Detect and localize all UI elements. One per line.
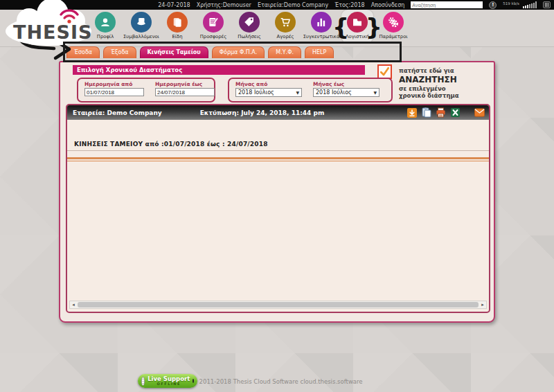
offers-icon	[203, 12, 224, 33]
toolbar-item-accounting[interactable]: { } Λογιστική	[339, 12, 375, 39]
report-separator	[67, 150, 489, 151]
connection-icon	[543, 1, 551, 8]
filter-panel-title: Επιλογή Χρονικού Διαστήματος	[73, 65, 365, 75]
toolbar-item-label: Συμβαλλόμενοι	[123, 34, 159, 39]
tag-icon	[239, 12, 260, 33]
report-separator-orange-thin	[67, 161, 489, 161]
toolbar-item-partners[interactable]: Συμβαλλόμενοι	[123, 12, 159, 39]
toolbar-item-purchases[interactable]: Αγορές	[267, 12, 303, 39]
footer-copyright: © 2011-2018 Thesis Cloud Software cloud.…	[0, 378, 554, 385]
thesis-app-page: 24-07-2018 Χρήστης:Demouser Εταιρεία:Dem…	[0, 0, 554, 392]
main-toolbar: Προφίλ Συμβαλλόμενοι Είδη Προσφορές Πωλή…	[87, 12, 411, 39]
current-company: Εταιρεία:Demo Company	[258, 2, 328, 8]
toolbar-item-label: Προφίλ	[97, 34, 114, 39]
live-support-status: OFFLINE	[148, 382, 190, 386]
main-content-panel: Επιλογή Χρονικού Διαστήματος πατήστε εδώ…	[59, 61, 495, 323]
search-input[interactable]	[411, 1, 483, 8]
search-checkbox[interactable]	[377, 64, 392, 79]
current-year: Έτος:2018	[334, 2, 364, 8]
date-to-label: Ημερομηνία έως	[155, 81, 215, 87]
cart-icon	[275, 12, 296, 33]
export-icon[interactable]	[406, 107, 417, 118]
month-to-select[interactable]: 2018 Ιούλιος ▼	[313, 88, 379, 97]
folder-icon	[347, 12, 368, 33]
scroll-left-button[interactable]: ◂	[70, 301, 77, 308]
month-to-label: Μήνας έως	[313, 81, 379, 87]
signal-bars-icon	[523, 1, 537, 8]
date-to-input[interactable]	[155, 88, 215, 96]
current-date: 24-07-2018	[158, 2, 190, 8]
excel-icon[interactable]	[450, 107, 461, 118]
toolbar-item-offers[interactable]: Προσφορές	[195, 12, 231, 39]
month-from-select[interactable]: 2018 Ιούλιος ▼	[235, 88, 302, 97]
bandwidth-label: 519 kb/s	[503, 1, 519, 6]
report-company: Εταιρεία: Demo Company	[73, 109, 162, 116]
scroll-right-button[interactable]: ▸	[479, 301, 486, 308]
toolbar-item-label: Είδη	[172, 34, 182, 39]
toolbar-item-label: Αγορές	[277, 34, 294, 39]
toolbar-item-label: Πωλήσεις	[238, 34, 260, 39]
scrollbar-thumb[interactable]	[78, 302, 479, 308]
tab-help[interactable]: HELP	[305, 46, 334, 58]
print-icon[interactable]	[436, 107, 446, 118]
report-viewer: Εταιρεία: Demo Company Εκτύπωση: July 24…	[66, 104, 490, 313]
tab-kiniseis-tameiou[interactable]: Κινήσεις Ταμείου	[140, 46, 208, 58]
items-icon	[167, 12, 188, 33]
chevron-down-icon: ▼	[296, 90, 299, 95]
report-separator-orange	[67, 157, 489, 159]
toolbar-item-items[interactable]: Είδη	[159, 12, 195, 39]
report-toolbar	[406, 107, 485, 118]
month-to-value: 2018 Ιούλιος	[316, 89, 352, 96]
email-icon[interactable]	[474, 107, 485, 118]
tab-myf[interactable]: Μ.Υ.Φ.	[268, 46, 301, 58]
live-support-button[interactable]: Live Support OFFLINE	[138, 374, 197, 388]
report-title: ΚΙΝΗΣΕΙΣ ΤΑΜΕΙΟΥ από :01/07/2018 έως : 2…	[74, 141, 489, 148]
current-user: Χρήστης:Demouser	[197, 2, 251, 8]
toolbar-item-label: Παράμετροι	[379, 34, 407, 39]
hint-line: χρονικό διάστημα	[399, 92, 486, 100]
date-range-fieldset: Ημερομηνία από Ημερομηνία έως	[77, 78, 215, 103]
month-range-fieldset: Μήνας από 2018 Ιούλιος ▼ Μήνας έως 2018 …	[228, 78, 393, 103]
logo-text: THESIS	[13, 21, 92, 43]
bar-chart-icon	[311, 12, 332, 33]
tab-forma-fpa[interactable]: Φόρμα Φ.Π.Α.	[212, 46, 265, 58]
live-support-icon	[141, 377, 145, 386]
check-icon	[379, 66, 390, 77]
hint-line: πατήστε εδώ για	[399, 67, 486, 75]
tab-exoda[interactable]: Έξοδα	[103, 46, 136, 58]
live-support-label: Live Support	[148, 376, 190, 382]
user-icon	[95, 12, 116, 33]
chevron-down-icon: ▼	[373, 90, 377, 95]
copy-icon[interactable]	[421, 107, 431, 118]
toolbar-item-parameters[interactable]: Παράμετροι	[375, 12, 411, 39]
accounting-tabs: Έσοδα Έξοδα Κινήσεις Ταμείου Φόρμα Φ.Π.Α…	[66, 46, 337, 58]
live-support-dot-icon	[193, 379, 194, 383]
hint-line-emphasis: ΑΝΑΖΗΤΗΣΗ	[399, 75, 486, 85]
report-printed: Εκτύπωση: July 24, 2018, 11:44 pm	[200, 109, 325, 116]
date-from-input[interactable]	[84, 88, 144, 96]
gears-icon	[383, 12, 404, 33]
date-from-label: Ημερομηνία από	[84, 81, 144, 87]
report-header-bar: Εταιρεία: Demo Company Εκτύπωση: July 24…	[67, 105, 489, 120]
month-from-value: 2018 Ιούλιος	[238, 89, 274, 96]
notification-icon[interactable]: !	[489, 1, 497, 9]
thesis-logo[interactable]: THESIS	[3, 0, 96, 53]
annotation-brace-left-icon: {	[332, 12, 349, 42]
toolbar-item-label: Προσφορές	[200, 34, 227, 39]
month-from-label: Μήνας από	[235, 81, 302, 87]
hint-line: σε επιλεγμένο	[399, 85, 486, 93]
toolbar-item-sales[interactable]: Πωλήσεις	[231, 12, 267, 39]
logout-link[interactable]: Αποσύνδεση	[371, 2, 405, 8]
search-hint-text: πατήστε εδώ για ΑΝΑΖΗΤΗΣΗ σε επιλεγμένο …	[399, 67, 486, 100]
partners-icon	[131, 12, 152, 33]
horizontal-scrollbar[interactable]: ◂ ▸	[69, 301, 487, 309]
